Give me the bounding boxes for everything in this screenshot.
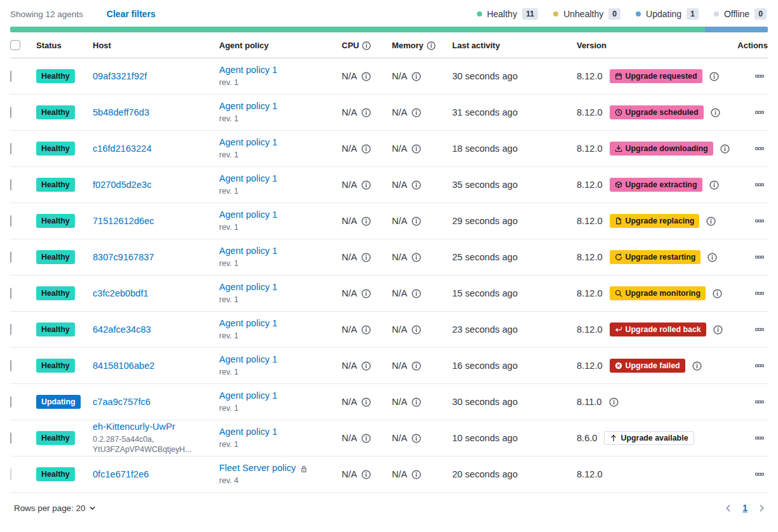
legend-item-updating[interactable]: Updating1 <box>636 8 699 20</box>
upgrade-details-info-icon[interactable] <box>708 252 717 263</box>
host-link[interactable]: 5b48deff76d3 <box>93 107 149 119</box>
host-link[interactable]: c16fd2163224 <box>93 143 152 155</box>
agent-policy-link[interactable]: Agent policy 1 <box>219 246 278 256</box>
memory-info-icon[interactable] <box>412 107 421 118</box>
host-link[interactable]: 8307c9167837 <box>93 251 154 263</box>
host-link[interactable]: c7aa9c757fc6 <box>93 396 151 408</box>
agent-policy-link[interactable]: Agent policy 1 <box>219 101 278 111</box>
row-checkbox[interactable] <box>10 324 11 335</box>
upgrade-status-badge[interactable]: Upgrade available <box>604 431 694 445</box>
row-actions-button[interactable] <box>753 467 767 481</box>
agent-policy-link[interactable]: Fleet Server policy <box>219 463 296 473</box>
column-header-status[interactable]: Status <box>36 41 93 50</box>
row-actions-button[interactable] <box>753 142 767 156</box>
upgrade-details-info-icon[interactable] <box>706 216 716 227</box>
row-checkbox[interactable] <box>10 179 11 190</box>
host-link[interactable]: 09af3321f92f <box>93 70 147 83</box>
row-actions-button[interactable] <box>753 359 767 373</box>
column-header-last-activity[interactable]: Last activity <box>452 41 577 50</box>
row-actions-button[interactable] <box>753 250 767 264</box>
row-actions-button[interactable] <box>753 431 767 445</box>
upgrade-status-badge[interactable]: Upgrade rolled back <box>610 323 706 336</box>
upgrade-details-info-icon[interactable] <box>709 180 719 190</box>
upgrade-details-info-icon[interactable] <box>713 288 722 299</box>
upgrade-details-info-icon[interactable] <box>609 397 619 408</box>
agent-policy-link[interactable]: Agent policy 1 <box>219 354 278 364</box>
cpu-info-icon[interactable] <box>361 71 371 82</box>
column-header-cpu[interactable]: CPU <box>342 40 392 50</box>
cpu-info-icon[interactable] <box>361 288 371 299</box>
column-header-version[interactable]: Version <box>577 41 730 50</box>
memory-info-icon[interactable] <box>412 469 421 480</box>
row-actions-button[interactable] <box>753 286 767 300</box>
cpu-info-icon[interactable] <box>361 433 371 444</box>
page-number-1[interactable]: 1 <box>737 503 753 513</box>
agent-policy-link[interactable]: Agent policy 1 <box>219 209 278 220</box>
legend-item-healthy[interactable]: Healthy11 <box>477 8 538 20</box>
memory-info-icon[interactable] <box>412 180 421 190</box>
row-checkbox[interactable] <box>10 107 11 118</box>
cpu-info-icon[interactable] <box>361 180 371 190</box>
row-actions-button[interactable] <box>753 178 767 192</box>
memory-info-icon[interactable] <box>412 71 421 82</box>
row-checkbox[interactable] <box>10 251 11 263</box>
row-checkbox[interactable] <box>10 288 11 299</box>
cpu-info-icon[interactable] <box>361 252 371 263</box>
upgrade-details-info-icon[interactable] <box>720 143 730 154</box>
host-link[interactable]: f0270d5d2e3c <box>93 179 152 191</box>
cpu-info-icon[interactable] <box>361 469 371 480</box>
select-all-checkbox[interactable] <box>10 40 20 50</box>
legend-item-offline[interactable]: Offline0 <box>714 8 767 20</box>
row-checkbox[interactable] <box>10 360 11 371</box>
upgrade-status-badge[interactable]: Upgrade failed <box>610 359 685 373</box>
cpu-info-icon[interactable] <box>361 361 371 371</box>
cpu-info-icon[interactable] <box>361 143 371 154</box>
previous-page-button[interactable] <box>722 502 734 514</box>
row-actions-button[interactable] <box>753 395 767 409</box>
memory-info-icon[interactable] <box>412 433 421 444</box>
column-header-host[interactable]: Host <box>93 41 219 50</box>
agent-policy-link[interactable]: Agent policy 1 <box>219 65 278 75</box>
row-checkbox[interactable] <box>10 396 11 408</box>
row-actions-button[interactable] <box>753 105 767 119</box>
upgrade-status-badge[interactable]: Upgrade scheduled <box>610 105 704 119</box>
cpu-info-icon[interactable] <box>361 397 371 408</box>
agent-policy-link[interactable]: Agent policy 1 <box>219 173 278 183</box>
row-actions-button[interactable] <box>753 69 767 83</box>
host-link[interactable]: c3fc2eb0bdf1 <box>93 288 149 300</box>
upgrade-details-info-icon[interactable] <box>709 71 719 82</box>
upgrade-status-badge[interactable]: Upgrade extracting <box>610 178 702 192</box>
host-link[interactable]: 642afce34c83 <box>93 324 151 336</box>
memory-info-icon[interactable] <box>412 361 421 371</box>
rows-per-page-button[interactable]: Rows per page: 20 <box>10 503 100 514</box>
memory-info-icon[interactable] <box>412 252 421 263</box>
next-page-button[interactable] <box>756 502 768 514</box>
upgrade-details-info-icon[interactable] <box>692 361 702 371</box>
host-link[interactable]: 84158106abe2 <box>93 360 154 372</box>
host-link[interactable]: 71512612d6ec <box>93 215 154 227</box>
memory-info-icon[interactable] <box>412 397 421 408</box>
memory-info-icon[interactable] <box>412 216 421 227</box>
agent-policy-link[interactable]: Agent policy 1 <box>219 390 278 401</box>
host-link[interactable]: eh-Kittencurly-UwPr <box>93 421 175 433</box>
legend-item-unhealthy[interactable]: Unhealthy0 <box>553 8 620 20</box>
cpu-info-icon[interactable] <box>361 324 371 335</box>
upgrade-details-info-icon[interactable] <box>711 107 720 118</box>
cpu-info-icon[interactable] <box>361 216 371 227</box>
row-checkbox[interactable] <box>10 70 11 82</box>
cpu-info-icon[interactable] <box>361 107 371 118</box>
agent-policy-link[interactable]: Agent policy 1 <box>219 282 278 292</box>
memory-info-icon[interactable] <box>412 143 421 154</box>
column-header-policy[interactable]: Agent policy <box>219 41 342 50</box>
upgrade-details-info-icon[interactable] <box>713 324 723 335</box>
memory-info-icon[interactable] <box>412 288 421 299</box>
column-header-memory[interactable]: Memory <box>392 40 452 50</box>
row-checkbox[interactable] <box>10 215 11 227</box>
row-actions-button[interactable] <box>753 323 767 336</box>
host-link[interactable]: 0fc1e671f2e6 <box>93 469 149 481</box>
agent-policy-link[interactable]: Agent policy 1 <box>219 427 278 437</box>
upgrade-status-badge[interactable]: Upgrade requested <box>610 69 702 83</box>
clear-filters-link[interactable]: Clear filters <box>107 9 156 19</box>
agent-policy-link[interactable]: Agent policy 1 <box>219 318 278 328</box>
upgrade-status-badge[interactable]: Upgrade monitoring <box>610 286 706 300</box>
